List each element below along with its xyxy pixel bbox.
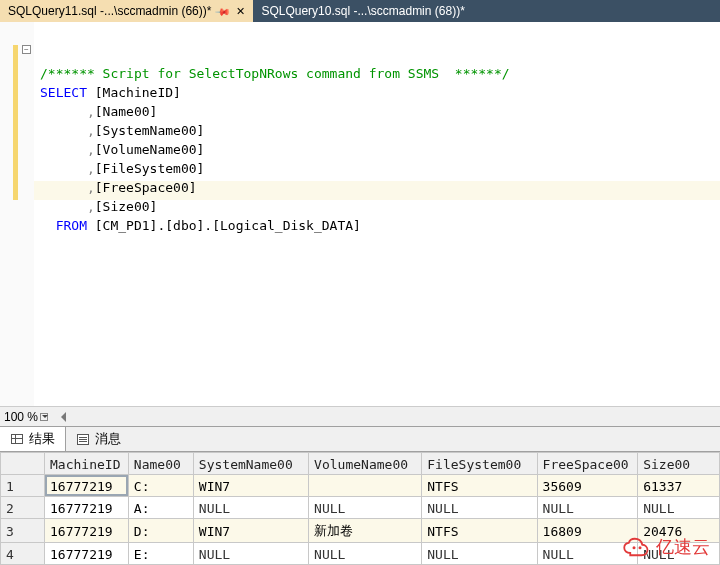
zoom-bar: 100 %: [0, 406, 720, 426]
file-tab-label: SQLQuery10.sql -...\sccmadmin (68))*: [261, 4, 464, 18]
watermark-text: 亿速云: [656, 535, 710, 559]
cell[interactable]: WIN7: [193, 519, 308, 543]
sql-editor[interactable]: − /****** Script for SelectTopNRows comm…: [0, 22, 720, 406]
col-header[interactable]: VolumeName00: [309, 453, 422, 475]
zoom-level: 100 %: [4, 410, 38, 424]
tab-messages[interactable]: 消息: [66, 427, 131, 451]
cell[interactable]: 35609: [537, 475, 638, 497]
table-row[interactable]: 2 16777219 A: NULL NULL NULL NULL NULL: [1, 497, 720, 519]
cell[interactable]: NULL: [309, 497, 422, 519]
watermark: 亿速云: [622, 535, 710, 559]
col-header[interactable]: Size00: [638, 453, 720, 475]
cell[interactable]: NTFS: [422, 519, 537, 543]
file-tab-active[interactable]: SQLQuery11.sql -...\sccmadmin (66))* 📌 ✕: [0, 0, 253, 22]
cell[interactable]: 新加卷: [309, 519, 422, 543]
hscroll-left-arrow-icon[interactable]: [56, 412, 66, 422]
table-row[interactable]: 4 16777219 E: NULL NULL NULL NULL NULL: [1, 543, 720, 565]
grid-table: MachineID Name00 SystemName00 VolumeName…: [0, 452, 720, 565]
file-tab-label: SQLQuery11.sql -...\sccmadmin (66))*: [8, 4, 211, 18]
row-header[interactable]: 3: [1, 519, 45, 543]
fold-toggle-icon[interactable]: −: [22, 45, 31, 54]
file-tab-bar: SQLQuery11.sql -...\sccmadmin (66))* 📌 ✕…: [0, 0, 720, 22]
grid-corner[interactable]: [1, 453, 45, 475]
row-header[interactable]: 1: [1, 475, 45, 497]
from-source: [CM_PD1].[dbo].[Logical_Disk_DATA]: [95, 218, 361, 233]
cell[interactable]: WIN7: [193, 475, 308, 497]
messages-icon: [76, 432, 90, 446]
cell[interactable]: [309, 475, 422, 497]
tab-results[interactable]: 结果: [0, 427, 66, 451]
cell[interactable]: E:: [128, 543, 193, 565]
cell[interactable]: C:: [128, 475, 193, 497]
tab-messages-label: 消息: [95, 430, 121, 448]
row-header[interactable]: 2: [1, 497, 45, 519]
cell[interactable]: 16777219: [45, 519, 129, 543]
grid-header-row: MachineID Name00 SystemName00 VolumeName…: [1, 453, 720, 475]
table-row[interactable]: 3 16777219 D: WIN7 新加卷 NTFS 16809 20476: [1, 519, 720, 543]
cell[interactable]: NULL: [422, 497, 537, 519]
col: [Name00]: [95, 104, 158, 119]
results-grid[interactable]: MachineID Name00 SystemName00 VolumeName…: [0, 452, 720, 565]
col-header[interactable]: FreeSpace00: [537, 453, 638, 475]
col: [FreeSpace00]: [95, 180, 197, 195]
cell[interactable]: NULL: [193, 543, 308, 565]
grid-icon: [10, 432, 24, 446]
col-header[interactable]: FileSystem00: [422, 453, 537, 475]
cell[interactable]: NULL: [193, 497, 308, 519]
cell[interactable]: NULL: [422, 543, 537, 565]
editor-gutter: −: [0, 22, 34, 406]
cell[interactable]: D:: [128, 519, 193, 543]
cell[interactable]: 61337: [638, 475, 720, 497]
col-header[interactable]: MachineID: [45, 453, 129, 475]
cell[interactable]: 16777219: [45, 543, 129, 565]
cloud-icon: [622, 537, 652, 557]
col: [SystemName00]: [95, 123, 205, 138]
cell[interactable]: NULL: [537, 497, 638, 519]
file-tab-inactive[interactable]: SQLQuery10.sql -...\sccmadmin (68))*: [253, 0, 472, 22]
pin-icon[interactable]: 📌: [215, 3, 231, 19]
svg-point-1: [639, 546, 642, 549]
cell[interactable]: 16777219: [45, 475, 129, 497]
cell[interactable]: NULL: [638, 497, 720, 519]
cell[interactable]: 16777219: [45, 497, 129, 519]
close-icon[interactable]: ✕: [235, 6, 245, 16]
col-header[interactable]: Name00: [128, 453, 193, 475]
table-row[interactable]: 1 16777219 C: WIN7 NTFS 35609 61337: [1, 475, 720, 497]
zoom-dropdown-icon[interactable]: [40, 413, 48, 421]
cell[interactable]: A:: [128, 497, 193, 519]
cell[interactable]: NULL: [309, 543, 422, 565]
kw-select: SELECT: [40, 85, 87, 100]
change-bar: [13, 180, 18, 200]
editor-body[interactable]: /****** Script for SelectTopNRows comman…: [34, 22, 720, 406]
col: [FileSystem00]: [95, 161, 205, 176]
tab-results-label: 结果: [29, 430, 55, 448]
code-comment: /****** Script for SelectTopNRows comman…: [40, 66, 510, 81]
col: [MachineID]: [95, 85, 181, 100]
col-header[interactable]: SystemName00: [193, 453, 308, 475]
col: [Size00]: [95, 199, 158, 214]
col: [VolumeName00]: [95, 142, 205, 157]
results-tab-bar: 结果 消息: [0, 426, 720, 452]
change-bar: [13, 45, 18, 180]
cell[interactable]: NTFS: [422, 475, 537, 497]
row-header[interactable]: 4: [1, 543, 45, 565]
svg-point-0: [633, 546, 636, 549]
kw-from: FROM: [56, 218, 87, 233]
